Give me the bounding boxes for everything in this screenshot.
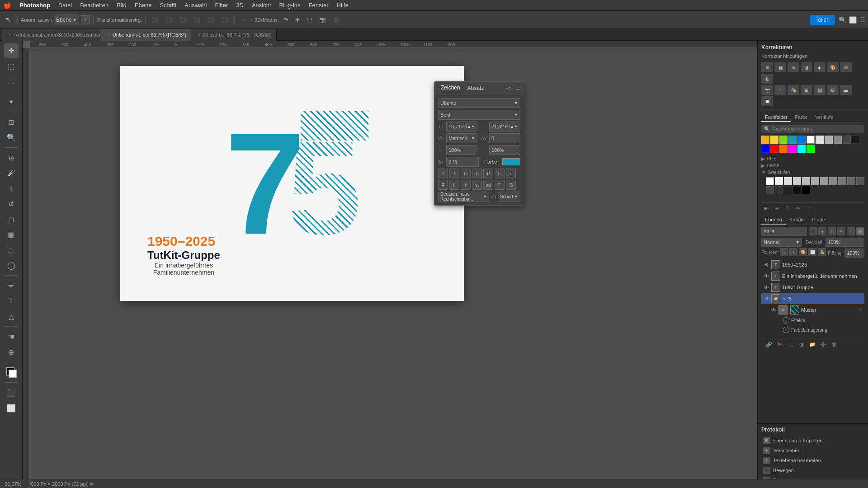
menu-plugins[interactable]: Plug-ins	[276, 1, 304, 9]
korr-levels[interactable]: ▦	[774, 62, 786, 72]
korr-posterize[interactable]: ▤	[814, 85, 826, 95]
layer-1950[interactable]: 👁 T 1950–2025	[761, 259, 864, 270]
tab-3-close[interactable]: ×	[198, 32, 200, 37]
menu-schrift[interactable]: Schrift	[156, 1, 180, 9]
super-style[interactable]: T¹	[483, 169, 493, 178]
swatch-red[interactable]	[770, 145, 778, 153]
stamp-tool[interactable]: ⎀	[4, 181, 19, 196]
swatch-teal[interactable]	[788, 136, 797, 144]
search-icon[interactable]: 🔍	[839, 16, 846, 23]
tracking-field[interactable]: Metrisch ▼	[446, 133, 477, 143]
3d-move-btn[interactable]: ✛	[292, 14, 302, 26]
menu-datei[interactable]: Datei	[55, 1, 75, 9]
font-style-field[interactable]: Bold ▼	[438, 110, 520, 120]
gs-swatch-3[interactable]	[793, 177, 801, 185]
frame-tool[interactable]: ⬜	[4, 401, 19, 415]
swatch-gray[interactable]	[834, 136, 842, 144]
gs-swatch-11[interactable]	[766, 186, 774, 194]
menu-bild[interactable]: Bild	[113, 1, 130, 9]
ebenen-tab-kanaele[interactable]: Kanäle	[786, 216, 808, 225]
canvas-content[interactable]: 7 5 1950–2025 TutKit-Gruppe	[30, 48, 757, 482]
lock-pixel[interactable]: 🎨	[799, 248, 807, 256]
layer-vis-subtitle[interactable]: 👁	[763, 273, 769, 279]
smallcaps-style[interactable]: Tₜ	[472, 169, 482, 178]
effekte-vis[interactable]: ○	[783, 317, 789, 324]
align-center-v-btn[interactable]: ⬛	[205, 14, 217, 26]
swatch-dark-gray[interactable]	[843, 136, 851, 144]
swatch-orange2[interactable]	[779, 145, 788, 153]
layer-subtitle[interactable]: 👁 T Ein inhabergefü...ienunternehmen	[761, 271, 864, 282]
filter-shape-icon[interactable]: ✏	[837, 227, 845, 235]
menu-ansicht[interactable]: Ansicht	[248, 1, 275, 9]
filter-smart-icon[interactable]: ↑	[847, 227, 855, 235]
korr-channelmixer[interactable]: ≡	[774, 85, 786, 95]
lock-artboard[interactable]: ⬜	[808, 248, 816, 256]
orn-style[interactable]: st	[472, 180, 482, 190]
zeichen-tab[interactable]: Zeichen	[438, 84, 463, 92]
swatch-white[interactable]	[807, 136, 815, 144]
lang-field[interactable]: Deutsch: neue Rechtschreibu... ▼	[438, 192, 489, 202]
strike-style[interactable]: T̶	[438, 180, 448, 190]
swatch-blue[interactable]	[797, 136, 806, 144]
caps-style[interactable]: TT	[461, 169, 471, 178]
korr-selective[interactable]: 🔲	[761, 96, 773, 106]
zeichen-menu[interactable]: ☰	[515, 85, 520, 91]
3d-scale-btn[interactable]: ⬚	[304, 14, 315, 26]
bold-style[interactable]: T	[438, 169, 448, 178]
layer-muster[interactable]: 👁 ⊞ Muster fx	[769, 305, 864, 315]
farbfelder-icon5[interactable]: ↑	[805, 204, 813, 212]
lock-icon[interactable]: 🔒	[818, 248, 826, 256]
filter-toggle-icon[interactable]: ◐	[856, 227, 864, 235]
move-tool[interactable]: ✛	[4, 43, 19, 58]
gs-swatch-1[interactable]	[775, 177, 783, 185]
3d-camera-btn[interactable]: 📷	[316, 14, 329, 26]
align-top-btn[interactable]: ⬛	[191, 14, 203, 26]
brush-tool[interactable]: 🖌	[4, 166, 19, 180]
zeichen-collapse[interactable]: «»	[506, 85, 512, 91]
menu-hilfe[interactable]: Hilfe	[333, 1, 352, 9]
gs-swatch-13[interactable]	[784, 186, 792, 194]
scale-v-field[interactable]: 100%	[489, 145, 520, 155]
tab-2[interactable]: × Unbenannt-1 bei 66,7% (RGB/8*)	[101, 29, 191, 41]
gs-swatch-14[interactable]	[793, 186, 801, 194]
ebenen-tab-pfade[interactable]: Pfade	[808, 216, 829, 225]
swatch-mid[interactable]	[825, 136, 833, 144]
gs-swatch-5[interactable]	[811, 177, 819, 185]
heal-tool[interactable]: ⊕	[4, 150, 19, 165]
korr-brightness[interactable]: ☀	[761, 62, 773, 72]
align-bottom-btn[interactable]: ⬛	[219, 14, 231, 26]
scale-h-field[interactable]: 100%	[446, 145, 477, 155]
korr-gradmap[interactable]: ▬	[840, 85, 852, 95]
hand-tool[interactable]: ☚	[4, 329, 19, 344]
farbueberl-vis[interactable]: ○	[783, 327, 789, 333]
new-fill-icon[interactable]: ◑	[797, 340, 806, 348]
swatch-pure-blue[interactable]	[761, 145, 769, 153]
frac-style[interactable]: fi	[449, 180, 459, 190]
farbfelder-icon3[interactable]: T	[783, 204, 791, 212]
farbfelder-icon1[interactable]: ⊞	[761, 204, 769, 212]
swatch-light[interactable]	[816, 136, 824, 144]
korr-photo[interactable]: 📷	[761, 85, 773, 95]
proto-item-3[interactable]: T Textebene bearbeiten	[761, 455, 864, 465]
crop-tool[interactable]: ⊡	[4, 115, 19, 129]
swatch-orange[interactable]	[761, 136, 769, 144]
italic-style[interactable]: T	[449, 169, 459, 178]
tab-2-close[interactable]: ×	[108, 32, 110, 37]
gs-swatch-9[interactable]	[847, 177, 855, 185]
menu-3d[interactable]: 3D	[232, 1, 247, 9]
proto-item-4[interactable]: ⬛ Bewegen	[761, 465, 864, 475]
filter-type-field[interactable]: Art ▼	[761, 227, 807, 236]
pen-tool[interactable]: ✒	[4, 278, 19, 293]
foreground-color[interactable]	[4, 365, 19, 380]
mask-tool[interactable]: ⬛	[4, 385, 19, 400]
share-button[interactable]: Teilen	[810, 15, 835, 25]
font-family-field[interactable]: Ubuntu ▼	[438, 98, 520, 108]
ebenen-tab-ebenen[interactable]: Ebenen	[761, 216, 786, 225]
tab-1[interactable]: × 7–Jubiläumsbanner-3000x2000.psd bei 66…	[2, 29, 101, 41]
farbfelder-icon2[interactable]: ⊟	[772, 204, 780, 212]
new-group-icon[interactable]: 📁	[808, 340, 816, 348]
swatch-magenta[interactable]	[788, 145, 797, 153]
tab-3[interactable]: × 03.psd bei 66,7% (75, RGB/8#)	[191, 29, 277, 41]
eyedropper-tool[interactable]: 🔍	[4, 130, 19, 145]
tab-verlaeufe[interactable]: Verläufe	[811, 113, 837, 122]
